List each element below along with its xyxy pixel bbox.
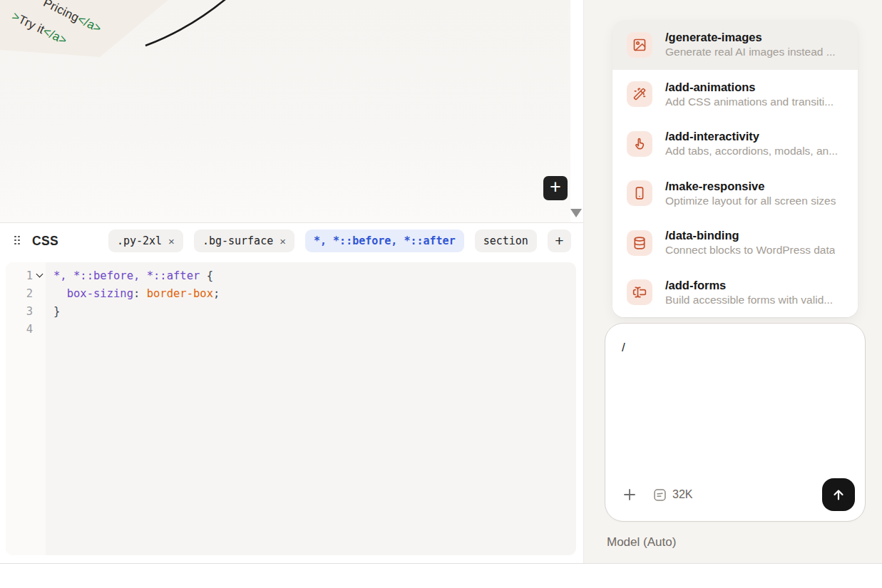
command-title: /generate-images xyxy=(665,31,836,44)
chip-close-icon[interactable]: × xyxy=(280,235,286,247)
command-description: Build accessible forms with valid... xyxy=(665,294,833,306)
chat-input[interactable]: / 32K xyxy=(605,323,866,522)
chip-label: *, *::before, *::after xyxy=(314,234,456,247)
fold-chevron-icon[interactable] xyxy=(33,274,46,277)
code-text: *, *::before, *::after { xyxy=(46,269,213,282)
command-title: /data-binding xyxy=(665,229,835,242)
command-item[interactable]: /add-forms Build accessible forms with v… xyxy=(612,268,858,318)
code-text: box-sizing: border-box; xyxy=(46,287,220,300)
command-description: Generate real AI images instead ... xyxy=(665,46,836,58)
command-description: Add CSS animations and transiti... xyxy=(665,96,834,108)
code-text: } xyxy=(46,305,60,318)
selector-chip[interactable]: .py-2xl × xyxy=(108,229,183,252)
command-title: /add-forms xyxy=(665,279,833,292)
code-line[interactable]: 4 xyxy=(6,320,576,338)
code-line[interactable]: 1 *, *::before, *::after { xyxy=(6,267,576,284)
command-description: Connect blocks to WordPress data xyxy=(665,244,835,257)
command-title: /add-interactivity xyxy=(665,130,838,143)
image-icon xyxy=(627,32,652,58)
context-size-label: 32K xyxy=(672,488,692,501)
preview-decoration xyxy=(0,0,570,222)
command-item[interactable]: /add-interactivity Add tabs, accordions,… xyxy=(612,119,858,169)
css-toolbar: CSS .py-2xl × .bg-surface × *, *::before… xyxy=(0,223,583,259)
selector-chip[interactable]: .bg-surface × xyxy=(194,229,294,252)
chip-label: .bg-surface xyxy=(202,234,273,247)
model-selector[interactable]: Model (Auto) xyxy=(607,535,676,550)
add-block-button[interactable]: + xyxy=(543,176,568,200)
database-icon xyxy=(627,230,652,256)
context-size-indicator[interactable]: 32K xyxy=(652,488,692,502)
plus-icon xyxy=(622,487,637,502)
command-item[interactable]: /add-animations Add CSS animations and t… xyxy=(612,70,858,120)
command-description: Optimize layout for all screen sizes xyxy=(665,195,836,207)
chip-label: .py-2xl xyxy=(117,234,162,247)
selector-chip[interactable]: section xyxy=(475,229,537,252)
assistant-sidebar: /generate-images Generate real AI images… xyxy=(583,0,882,563)
chat-input-footer: 32K xyxy=(621,478,855,511)
document-icon xyxy=(652,488,667,502)
command-item[interactable]: /data-binding Connect blocks to WordPres… xyxy=(612,218,858,268)
command-title: /add-animations xyxy=(665,81,834,94)
smartphone-icon xyxy=(627,180,652,206)
attach-button[interactable] xyxy=(621,486,638,503)
bottom-divider xyxy=(0,563,882,564)
panel-title: CSS xyxy=(32,234,58,249)
command-item[interactable]: /make-responsive Optimize layout for all… xyxy=(612,169,858,219)
code-line[interactable]: 2 box-sizing: border-box; xyxy=(6,284,576,302)
line-number: 2 xyxy=(6,287,33,300)
code-line[interactable]: 3 } xyxy=(6,302,576,320)
command-description: Add tabs, accordions, modals, an... xyxy=(665,145,838,158)
arrow-up-icon xyxy=(831,487,846,502)
add-selector-button[interactable]: + xyxy=(548,229,571,252)
command-item[interactable]: /generate-images Generate real AI images… xyxy=(612,20,858,70)
chip-label: section xyxy=(483,234,528,247)
editor-pane: Pricing</a> >Try it</a> + CSS .py-2xl × … xyxy=(0,0,583,563)
chip-close-icon[interactable]: × xyxy=(168,235,175,247)
text-cursor-input-icon xyxy=(627,279,652,305)
wand-sparkles-icon xyxy=(627,81,652,107)
drag-handle-icon[interactable] xyxy=(14,236,21,247)
preview-canvas[interactable]: Pricing</a> >Try it</a> + xyxy=(0,0,570,222)
slash-command-menu: /generate-images Generate real AI images… xyxy=(612,20,858,317)
selector-chip[interactable]: *, *::before, *::after xyxy=(305,229,464,252)
css-code-editor[interactable]: 1 *, *::before, *::after { 2 box-sizing:… xyxy=(6,262,576,555)
line-number: 1 xyxy=(6,269,33,282)
chat-input-value: / xyxy=(622,341,625,355)
line-number: 4 xyxy=(6,323,33,336)
app-screen: Pricing</a> >Try it</a> + CSS .py-2xl × … xyxy=(0,0,882,588)
line-number: 3 xyxy=(6,305,33,318)
hand-pointer-icon xyxy=(627,131,652,157)
command-title: /make-responsive xyxy=(665,180,836,193)
resize-caret-icon[interactable] xyxy=(570,209,582,217)
chip-list: .py-2xl × .bg-surface × *, *::before, *:… xyxy=(108,229,537,252)
send-button[interactable] xyxy=(822,478,855,511)
code-lines: 1 *, *::before, *::after { 2 box-sizing:… xyxy=(6,262,576,338)
